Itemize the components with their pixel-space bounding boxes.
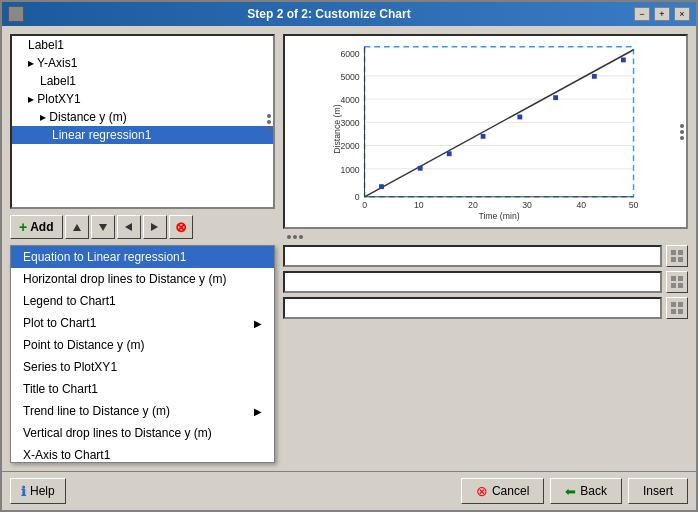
tree-item-yaxis1[interactable]: ▸ Y-Axis1 bbox=[12, 54, 273, 72]
cancel-button[interactable]: ⊗ Cancel bbox=[461, 478, 544, 504]
menu-item-xaxis[interactable]: X-Axis to Chart1 bbox=[11, 444, 274, 463]
help-button[interactable]: ℹ Help bbox=[10, 478, 66, 504]
chart-svg: 0 1000 2000 3000 4000 5000 6000 0 10 20 … bbox=[291, 42, 680, 221]
window-icon bbox=[8, 6, 24, 22]
svg-text:Distance (m): Distance (m) bbox=[332, 104, 342, 153]
move-up-button[interactable] bbox=[65, 215, 89, 239]
delete-button[interactable]: ⊗ bbox=[169, 215, 193, 239]
svg-rect-37 bbox=[678, 276, 683, 281]
svg-text:6000: 6000 bbox=[340, 49, 359, 59]
move-left-button[interactable] bbox=[117, 215, 141, 239]
prop-input-1[interactable] bbox=[283, 245, 662, 267]
prop-input-3[interactable] bbox=[283, 297, 662, 319]
prop-icon-btn-2[interactable] bbox=[666, 271, 688, 293]
cancel-icon: ⊗ bbox=[476, 483, 488, 499]
tree-area: Label1 ▸ Y-Axis1 Label1 ▸ PlotXY1 ▸ Dist… bbox=[10, 34, 275, 209]
minimize-button[interactable]: − bbox=[634, 7, 650, 21]
back-button[interactable]: ⬅ Back bbox=[550, 478, 622, 504]
right-arrow-icon bbox=[151, 223, 158, 231]
menu-item-legend[interactable]: Legend to Chart1 bbox=[11, 290, 274, 312]
menu-item-equation[interactable]: Equation to Linear regression1 bbox=[11, 246, 274, 268]
svg-rect-28 bbox=[517, 115, 522, 120]
add-menu: Equation to Linear regression1 Horizonta… bbox=[10, 245, 275, 463]
grid-icon-2 bbox=[671, 276, 683, 288]
submenu-arrow-trend: ▶ bbox=[254, 406, 262, 417]
back-icon: ⬅ bbox=[565, 484, 576, 499]
down-arrow-icon bbox=[99, 224, 107, 231]
menu-item-horizontal-drop[interactable]: Horizontal drop lines to Distance y (m) bbox=[11, 268, 274, 290]
left-arrow-icon bbox=[125, 223, 132, 231]
main-window: Step 2 of 2: Customize Chart − + × Label… bbox=[0, 0, 698, 512]
window-title: Step 2 of 2: Customize Chart bbox=[24, 7, 634, 21]
svg-rect-34 bbox=[671, 257, 676, 262]
tree-item-distance-y[interactable]: ▸ Distance y (m) bbox=[12, 108, 273, 126]
svg-text:5000: 5000 bbox=[340, 72, 359, 82]
svg-text:0: 0 bbox=[362, 200, 367, 210]
svg-text:30: 30 bbox=[522, 200, 532, 210]
svg-rect-40 bbox=[671, 302, 676, 307]
svg-rect-29 bbox=[553, 95, 558, 100]
grid-icon-3 bbox=[671, 302, 683, 314]
close-button[interactable]: × bbox=[674, 7, 690, 21]
svg-rect-41 bbox=[678, 302, 683, 307]
bottom-right-buttons: ⊗ Cancel ⬅ Back Insert bbox=[461, 478, 688, 504]
svg-rect-26 bbox=[447, 151, 452, 156]
bottom-bar: ℹ Help ⊗ Cancel ⬅ Back Insert bbox=[2, 471, 696, 510]
chart-scroll-dots bbox=[680, 124, 684, 140]
tree-item-label1-top[interactable]: Label1 bbox=[12, 36, 273, 54]
menu-item-title[interactable]: Title to Chart1 bbox=[11, 378, 274, 400]
prop-row-2 bbox=[283, 271, 688, 293]
prop-input-2[interactable] bbox=[283, 271, 662, 293]
svg-text:1000: 1000 bbox=[340, 165, 359, 175]
scroll-indicator bbox=[267, 114, 271, 130]
main-content: Label1 ▸ Y-Axis1 Label1 ▸ PlotXY1 ▸ Dist… bbox=[2, 26, 696, 471]
svg-text:50: 50 bbox=[629, 200, 639, 210]
svg-text:2000: 2000 bbox=[340, 141, 359, 151]
add-button[interactable]: + Add bbox=[10, 215, 63, 239]
svg-text:Time (min): Time (min) bbox=[478, 211, 519, 221]
menu-item-plot[interactable]: Plot to Chart1 ▶ bbox=[11, 312, 274, 334]
svg-rect-35 bbox=[678, 257, 683, 262]
title-bar: Step 2 of 2: Customize Chart − + × bbox=[2, 2, 696, 26]
menu-item-vertical-drop[interactable]: Vertical drop lines to Distance y (m) bbox=[11, 422, 274, 444]
svg-text:3000: 3000 bbox=[340, 118, 359, 128]
right-panel: 0 1000 2000 3000 4000 5000 6000 0 10 20 … bbox=[283, 34, 688, 463]
prop-icon-btn-1[interactable] bbox=[666, 245, 688, 267]
insert-button[interactable]: Insert bbox=[628, 478, 688, 504]
menu-item-point[interactable]: Point to Distance y (m) bbox=[11, 334, 274, 356]
prop-icon-btn-3[interactable] bbox=[666, 297, 688, 319]
svg-rect-31 bbox=[621, 57, 626, 62]
up-arrow-icon bbox=[73, 224, 81, 231]
move-down-button[interactable] bbox=[91, 215, 115, 239]
svg-rect-39 bbox=[678, 283, 683, 288]
svg-rect-38 bbox=[671, 283, 676, 288]
svg-text:0: 0 bbox=[355, 192, 360, 202]
svg-rect-43 bbox=[678, 309, 683, 314]
tree-item-linear-regression[interactable]: Linear regression1 bbox=[12, 126, 273, 144]
svg-rect-36 bbox=[671, 276, 676, 281]
submenu-arrow-plot: ▶ bbox=[254, 318, 262, 329]
tree-item-plotxy1[interactable]: ▸ PlotXY1 bbox=[12, 90, 273, 108]
toolbar: + Add ⊗ bbox=[10, 213, 275, 241]
prop-row-3 bbox=[283, 297, 688, 319]
title-bar-buttons: − + × bbox=[634, 7, 690, 21]
menu-item-trend[interactable]: Trend line to Distance y (m) ▶ bbox=[11, 400, 274, 422]
panel-scroll-dots bbox=[283, 235, 688, 239]
help-icon: ℹ bbox=[21, 484, 26, 499]
svg-text:10: 10 bbox=[414, 200, 424, 210]
svg-text:4000: 4000 bbox=[340, 95, 359, 105]
prop-row-1 bbox=[283, 245, 688, 267]
svg-rect-42 bbox=[671, 309, 676, 314]
menu-item-series[interactable]: Series to PlotXY1 bbox=[11, 356, 274, 378]
tree-item-label1-sub[interactable]: Label1 bbox=[12, 72, 273, 90]
grid-icon bbox=[671, 250, 683, 262]
maximize-button[interactable]: + bbox=[654, 7, 670, 21]
svg-rect-33 bbox=[678, 250, 683, 255]
svg-rect-32 bbox=[671, 250, 676, 255]
svg-rect-24 bbox=[379, 184, 384, 189]
chart-area: 0 1000 2000 3000 4000 5000 6000 0 10 20 … bbox=[283, 34, 688, 229]
move-right-button[interactable] bbox=[143, 215, 167, 239]
properties-area bbox=[283, 245, 688, 463]
svg-rect-25 bbox=[418, 166, 423, 171]
left-panel: Label1 ▸ Y-Axis1 Label1 ▸ PlotXY1 ▸ Dist… bbox=[10, 34, 275, 463]
